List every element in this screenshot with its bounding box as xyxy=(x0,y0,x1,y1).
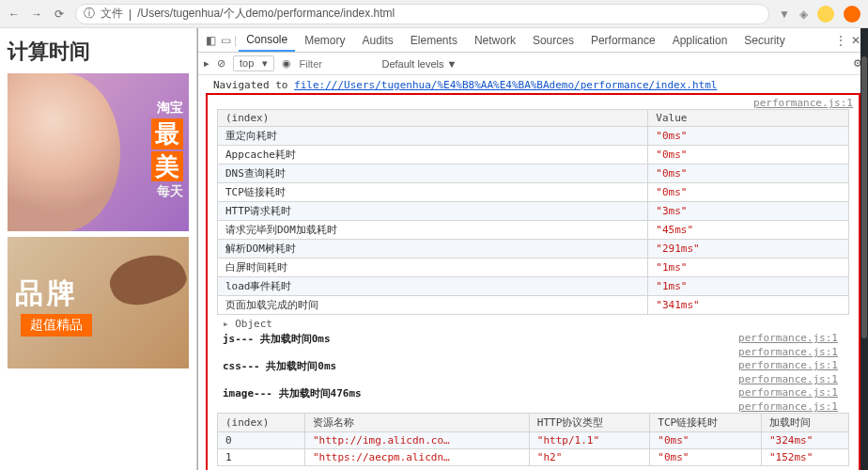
table-cell: "0ms" xyxy=(648,146,849,164)
source-link[interactable]: performance.js:1 xyxy=(738,386,844,399)
url-label: 文件 xyxy=(101,6,123,22)
ext-icon-1[interactable]: ▼ xyxy=(779,8,790,21)
source-link[interactable]: performance.js:1 xyxy=(753,97,859,109)
th[interactable]: 加载时间 xyxy=(761,414,848,432)
clear-console-icon[interactable]: ⊘ xyxy=(217,57,225,70)
back-icon[interactable]: ← xyxy=(8,8,21,21)
table-cell: "324ms" xyxy=(761,432,848,449)
table-cell: "0ms" xyxy=(648,183,849,202)
table-cell: "45ms" xyxy=(648,221,849,240)
table-cell: "http/1.1" xyxy=(529,432,649,449)
table-cell: "341ms" xyxy=(648,296,849,315)
table-cell: HTTP请求耗时 xyxy=(218,202,648,221)
filter-input[interactable] xyxy=(299,58,374,70)
context-select[interactable]: top ▾ xyxy=(233,55,274,71)
url-bar[interactable]: ⓘ 文件 | /Users/tugenhua/个人demo/performanc… xyxy=(75,4,769,24)
table-cell: "291ms" xyxy=(648,240,849,258)
table-cell: 0 xyxy=(218,432,305,449)
promo-banner-1[interactable]: 淘宝 最 美 每天 xyxy=(8,73,189,231)
tab-network[interactable]: Network xyxy=(467,30,523,51)
banner1-sub: 每天 xyxy=(151,183,183,200)
resource-table: (index)资源名称HTTP协议类型TCP链接耗时加载时间 0"http://… xyxy=(217,413,849,466)
info-icon: ⓘ xyxy=(84,6,95,22)
console-filter-bar: ▸ ⊘ top ▾ ◉ Default levels ▼ ⚙ xyxy=(198,53,868,75)
reload-icon[interactable]: ⟳ xyxy=(53,8,66,21)
banner1-l1: 最 xyxy=(151,118,183,149)
url-path: /Users/tugenhua/个人demo/performance/index… xyxy=(137,6,395,22)
tab-elements[interactable]: Elements xyxy=(403,30,465,51)
table-cell: 重定向耗时 xyxy=(218,127,648,146)
promo-banner-2[interactable]: 品牌 超值精品 xyxy=(8,237,189,368)
eye-icon[interactable]: ◉ xyxy=(282,57,291,70)
table-cell: 请求完毕到DOM加载耗时 xyxy=(218,221,648,240)
ext-icon-2[interactable]: ◈ xyxy=(799,8,808,21)
th[interactable]: 资源名称 xyxy=(305,414,530,432)
nav-line: Navigated to file:///Users/tugenhua/%E4%… xyxy=(198,77,868,93)
table-cell: Appcache耗时 xyxy=(218,146,648,164)
table-cell: 1 xyxy=(218,449,305,466)
page-title: 计算时间 xyxy=(8,38,189,66)
tab-sources[interactable]: Sources xyxy=(525,30,581,51)
tab-audits[interactable]: Audits xyxy=(355,30,401,51)
table-cell: "0ms" xyxy=(648,127,849,146)
table-cell: "http://img.alicdn.co… xyxy=(305,432,530,449)
table-cell: "0ms" xyxy=(650,449,762,466)
inspect-icon[interactable]: ◧ xyxy=(204,34,217,47)
perf-table: (index) Value 重定向耗时"0ms"Appcache耗时"0ms"D… xyxy=(217,109,849,315)
kebab-icon[interactable]: ⋮ xyxy=(834,34,847,47)
devtools-scrollbar[interactable] xyxy=(860,28,868,470)
source-link[interactable]: performance.js:1 xyxy=(738,332,844,344)
table-cell: 页面加载完成的时间 xyxy=(218,296,648,315)
console-body[interactable]: Navigated to file:///Users/tugenhua/%E4%… xyxy=(198,75,868,470)
table-cell: "https://aecpm.alicdn… xyxy=(305,449,530,466)
toggle-sidebar-icon[interactable]: ▸ xyxy=(204,57,209,70)
table-cell: DNS查询耗时 xyxy=(218,164,648,183)
th-index[interactable]: (index) xyxy=(218,110,648,127)
table-cell: 解析DOM树耗时 xyxy=(218,240,648,258)
source-link[interactable]: performance.js:1 xyxy=(738,346,844,358)
levels-select[interactable]: Default levels ▼ xyxy=(381,58,457,70)
table-cell: "152ms" xyxy=(761,449,848,466)
tab-performance[interactable]: Performance xyxy=(583,30,663,51)
th-value[interactable]: Value xyxy=(648,110,849,127)
banner2-big: 品牌 xyxy=(15,274,79,313)
source-link[interactable]: performance.js:1 xyxy=(738,400,844,413)
th[interactable]: (index) xyxy=(218,414,305,432)
banner2-sub: 超值精品 xyxy=(21,314,92,337)
url-sep: | xyxy=(129,8,132,21)
table-cell: "0ms" xyxy=(650,432,762,449)
table-cell: "1ms" xyxy=(648,258,849,277)
log-line: performance.js:1image--- 共加载时间476msperfo… xyxy=(208,385,859,401)
expand-object[interactable]: Object xyxy=(208,317,859,331)
source-link[interactable]: performance.js:1 xyxy=(738,373,844,385)
log-line: performance.js:1css--- 共加载时间0msperforman… xyxy=(208,358,859,374)
nav-url-link[interactable]: file:///Users/tugenhua/%E4%B8%AA%E4%BA%B… xyxy=(294,79,717,91)
banner1-tao: 淘宝 xyxy=(151,100,183,117)
tab-application[interactable]: Application xyxy=(665,30,736,51)
tab-memory[interactable]: Memory xyxy=(297,30,352,51)
table-cell: 白屏时间耗时 xyxy=(218,258,648,277)
table-cell: "h2" xyxy=(529,449,649,466)
ext-icon-3[interactable] xyxy=(817,6,834,23)
th[interactable]: TCP链接耗时 xyxy=(650,414,762,432)
table-cell: "0ms" xyxy=(648,164,849,183)
devtools-panel: ◧ ▭ | Console Memory Audits Elements Net… xyxy=(197,28,868,470)
device-icon[interactable]: ▭ xyxy=(219,34,232,47)
forward-icon[interactable]: → xyxy=(30,8,43,21)
th[interactable]: HTTP协议类型 xyxy=(529,414,649,432)
source-link[interactable]: performance.js:1 xyxy=(738,359,844,371)
table-cell: load事件耗时 xyxy=(218,277,648,296)
tab-security[interactable]: Security xyxy=(736,30,792,51)
log-line: performance.js:1js--- 共加载时间0msperformanc… xyxy=(208,331,859,347)
banner1-l2: 美 xyxy=(151,151,183,182)
tab-console[interactable]: Console xyxy=(239,29,295,52)
page-content: 计算时间 淘宝 最 美 每天 品牌 超值精品 xyxy=(0,28,197,470)
highlighted-region: performance.js:1 (index) Value 重定向耗时"0ms… xyxy=(206,93,860,470)
table-cell: TCP链接耗时 xyxy=(218,183,648,202)
table-cell: "1ms" xyxy=(648,277,849,296)
table-cell: "3ms" xyxy=(648,202,849,221)
ext-icon-4[interactable] xyxy=(844,6,860,23)
devtools-tabs: ◧ ▭ | Console Memory Audits Elements Net… xyxy=(198,28,868,53)
